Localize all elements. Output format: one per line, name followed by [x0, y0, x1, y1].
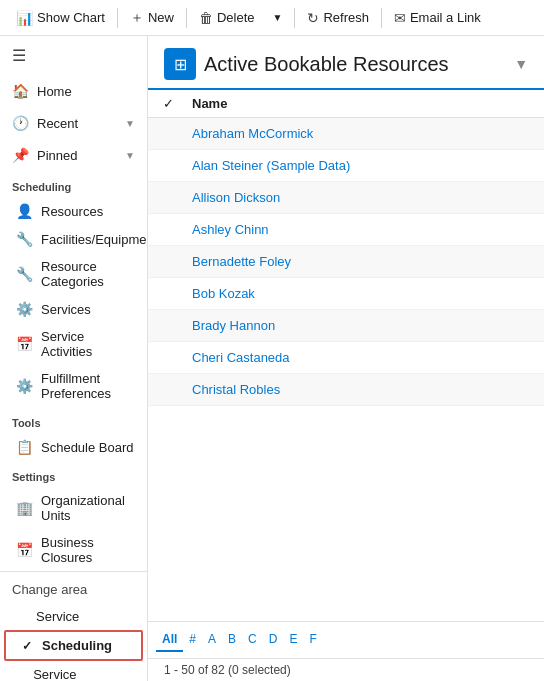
section-tools-label: Tools: [0, 407, 147, 433]
delete-button[interactable]: 🗑 Delete: [191, 6, 263, 30]
alpha-a[interactable]: A: [202, 628, 222, 652]
table-row: Brady Hannon: [148, 310, 544, 342]
row-name-9[interactable]: Christal Robles: [188, 374, 544, 405]
row-check-6[interactable]: [148, 286, 188, 302]
record-count: 1 - 50 of 82 (0 selected): [164, 663, 291, 677]
row-check-3[interactable]: [148, 190, 188, 206]
email-link-button[interactable]: ✉ Email a Link: [386, 6, 489, 30]
schedule-board-icon: 📋: [16, 439, 33, 455]
chevron-recent-icon: ▼: [125, 118, 135, 129]
row-name-8[interactable]: Cheri Castaneda: [188, 342, 544, 373]
content-area: ⊞ Active Bookable Resources ▼ ✓ Name Abr…: [148, 36, 544, 681]
table-container: ✓ Name Abraham McCormick Alan Steiner (S…: [148, 90, 544, 621]
row-check-8[interactable]: [148, 350, 188, 366]
alpha-d[interactable]: D: [263, 628, 284, 652]
content-footer: 1 - 50 of 82 (0 selected): [148, 658, 544, 681]
sidebar-top: ☰ 🏠 Home 🕐 Recent ▼ 📌 Pinned ▼ Schedulin…: [0, 36, 147, 681]
header-check-icon: ✓: [163, 96, 174, 111]
resources-icon: 👤: [16, 203, 33, 219]
recent-icon: 🕐: [12, 115, 29, 131]
divider-1: [117, 8, 118, 28]
fulfillment-icon: ⚙️: [16, 378, 33, 394]
sidebar-item-fulfillment[interactable]: ⚙️ Fulfillment Preferences: [0, 365, 147, 407]
scheduling-highlighted-container: ✓ Scheduling: [4, 630, 143, 661]
divider-4: [381, 8, 382, 28]
check-scheduling-icon: ✓: [22, 639, 36, 653]
table-name-header: Name: [188, 96, 544, 111]
row-check-5[interactable]: [148, 254, 188, 270]
row-check-1[interactable]: [148, 126, 188, 142]
table-row: Allison Dickson: [148, 182, 544, 214]
sidebar-item-schedule-board[interactable]: 📋 Schedule Board: [0, 433, 147, 461]
refresh-icon: ↻: [307, 10, 319, 26]
show-chart-button[interactable]: 📊 Show Chart: [8, 6, 113, 30]
change-area-service-mgmt[interactable]: Service Management: [0, 661, 147, 681]
home-icon: 🏠: [12, 83, 29, 99]
alphabet-nav: All # A B C D E F: [148, 621, 544, 658]
sidebar-item-facilities[interactable]: 🔧 Facilities/Equipment: [0, 225, 147, 253]
alpha-e[interactable]: E: [283, 628, 303, 652]
row-check-9[interactable]: [148, 382, 188, 398]
change-area-section: Change area Service ✓ Scheduling Service…: [0, 571, 147, 681]
table-row: Ashley Chinn: [148, 214, 544, 246]
alpha-hash[interactable]: #: [183, 628, 202, 652]
sidebar-item-org-units[interactable]: 🏢 Organizational Units: [0, 487, 147, 529]
row-name-1[interactable]: Abraham McCormick: [188, 118, 544, 149]
row-name-5[interactable]: Bernadette Foley: [188, 246, 544, 277]
sidebar-item-recent[interactable]: 🕐 Recent ▼: [0, 107, 147, 139]
row-name-2[interactable]: Alan Steiner (Sample Data): [188, 150, 544, 181]
page-header-icon: ⊞: [164, 48, 196, 80]
table-header: ✓ Name: [148, 90, 544, 118]
sidebar-item-pinned[interactable]: 📌 Pinned ▼: [0, 139, 147, 171]
hamburger-menu[interactable]: ☰: [0, 36, 147, 75]
trash-icon: 🗑: [199, 10, 213, 26]
page-title: Active Bookable Resources: [204, 53, 506, 76]
sidebar-item-services[interactable]: ⚙️ Services: [0, 295, 147, 323]
page-title-chevron-icon[interactable]: ▼: [514, 56, 528, 72]
new-button[interactable]: ＋ New: [122, 5, 182, 31]
row-name-6[interactable]: Bob Kozak: [188, 278, 544, 309]
table-check-header: ✓: [148, 96, 188, 111]
business-closures-icon: 📅: [16, 542, 33, 558]
change-area-scheduling[interactable]: ✓ Scheduling: [6, 632, 141, 659]
row-name-7[interactable]: Brady Hannon: [188, 310, 544, 341]
alpha-all[interactable]: All: [156, 628, 183, 652]
sidebar-item-resources[interactable]: 👤 Resources: [0, 197, 147, 225]
chevron-down-icon: ▼: [273, 12, 283, 23]
divider-3: [294, 8, 295, 28]
row-name-4[interactable]: Ashley Chinn: [188, 214, 544, 245]
sidebar-item-resource-categories[interactable]: 🔧 Resource Categories: [0, 253, 147, 295]
section-settings-label: Settings: [0, 461, 147, 487]
page-header: ⊞ Active Bookable Resources ▼: [148, 36, 544, 90]
toolbar: 📊 Show Chart ＋ New 🗑 Delete ▼ ↻ Refresh …: [0, 0, 544, 36]
row-check-2[interactable]: [148, 158, 188, 174]
email-icon: ✉: [394, 10, 406, 26]
refresh-button[interactable]: ↻ Refresh: [299, 6, 377, 30]
sidebar-item-home[interactable]: 🏠 Home: [0, 75, 147, 107]
table-row: Abraham McCormick: [148, 118, 544, 150]
row-check-4[interactable]: [148, 222, 188, 238]
sidebar-item-service-activities[interactable]: 📅 Service Activities: [0, 323, 147, 365]
delete-dropdown-button[interactable]: ▼: [265, 8, 291, 27]
table-row: Bernadette Foley: [148, 246, 544, 278]
alpha-c[interactable]: C: [242, 628, 263, 652]
alpha-f[interactable]: F: [303, 628, 322, 652]
sidebar: ☰ 🏠 Home 🕐 Recent ▼ 📌 Pinned ▼ Schedulin…: [0, 36, 148, 681]
chart-icon: 📊: [16, 10, 33, 26]
row-name-3[interactable]: Allison Dickson: [188, 182, 544, 213]
service-activities-icon: 📅: [16, 336, 33, 352]
chevron-pinned-icon: ▼: [125, 150, 135, 161]
section-scheduling-label: Scheduling: [0, 171, 147, 197]
services-icon: ⚙️: [16, 301, 33, 317]
change-area-label[interactable]: Change area: [0, 576, 147, 603]
table-row: Bob Kozak: [148, 278, 544, 310]
change-area-service[interactable]: Service: [0, 603, 147, 630]
main-layout: ☰ 🏠 Home 🕐 Recent ▼ 📌 Pinned ▼ Schedulin…: [0, 36, 544, 681]
table-row: Christal Robles: [148, 374, 544, 406]
bookable-resources-icon: ⊞: [174, 55, 187, 74]
org-units-icon: 🏢: [16, 500, 33, 516]
alpha-b[interactable]: B: [222, 628, 242, 652]
row-check-7[interactable]: [148, 318, 188, 334]
sidebar-item-business-closures[interactable]: 📅 Business Closures: [0, 529, 147, 571]
plus-icon: ＋: [130, 9, 144, 27]
